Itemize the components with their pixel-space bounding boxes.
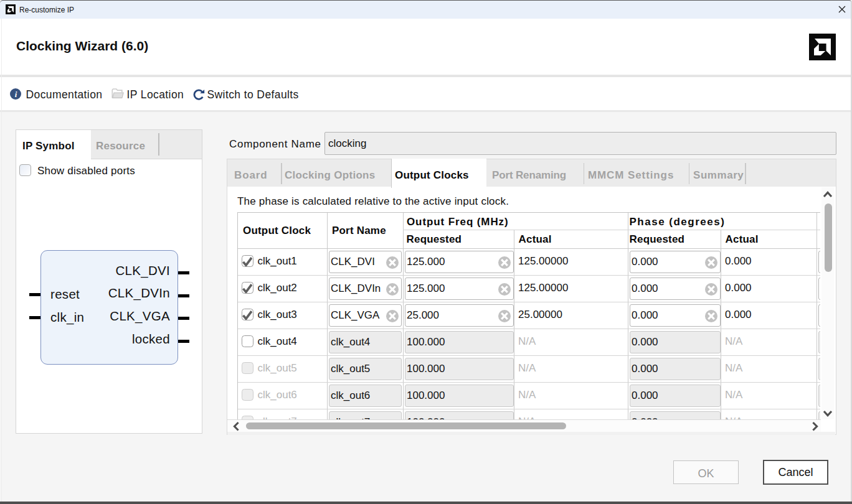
svg-text:i: i [15,90,17,99]
